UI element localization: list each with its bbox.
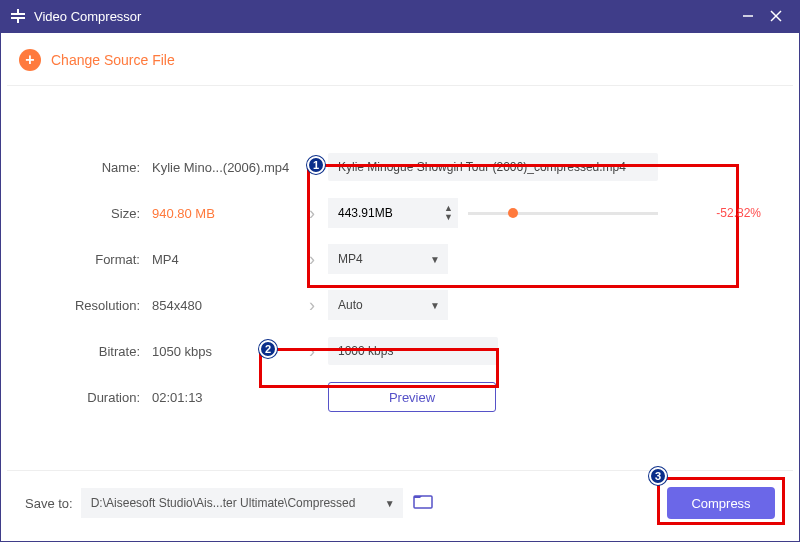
source-duration: 02:01:13 <box>146 390 296 405</box>
arrow-icon: › <box>296 203 328 224</box>
window-title: Video Compressor <box>34 9 734 24</box>
output-bitrate-input[interactable] <box>328 337 498 365</box>
svg-rect-2 <box>17 9 19 13</box>
chevron-down-icon: ▼ <box>430 300 440 311</box>
arrow-icon: › <box>296 341 328 362</box>
label-duration: Duration: <box>31 390 146 405</box>
preview-button[interactable]: Preview <box>328 382 496 412</box>
row-format: Format: MP4 › MP4 ▼ <box>31 236 769 282</box>
svg-rect-3 <box>17 19 19 23</box>
toolbar: + Change Source File <box>7 39 793 86</box>
row-name: Name: Kylie Mino...(2006).mp4 › <box>31 144 769 190</box>
arrow-icon: › <box>296 295 328 316</box>
label-format: Format: <box>31 252 146 267</box>
slider-track <box>468 212 658 215</box>
annotation-badge-3: 3 <box>649 467 667 485</box>
row-duration: Duration: 02:01:13 › Preview <box>31 374 769 420</box>
compress-button[interactable]: Compress <box>667 487 775 519</box>
output-format-value: MP4 <box>338 252 430 266</box>
footer-bar: 3 Save to: D:\Aiseesoft Studio\Ais...ter… <box>7 470 793 535</box>
row-size: Size: 940.80 MB › 443.91MB ▲ ▼ <box>31 190 769 236</box>
app-icon <box>10 8 26 24</box>
title-bar: Video Compressor <box>0 0 800 32</box>
label-size: Size: <box>31 206 146 221</box>
output-size-value: 443.91MB <box>338 206 443 220</box>
size-slider[interactable]: -52.82% <box>468 206 769 220</box>
content-area: 1 2 Name: Kylie Mino...(2006).mp4 › Size… <box>7 86 793 470</box>
stepper-down-icon[interactable]: ▼ <box>443 213 454 222</box>
arrow-icon: › <box>296 249 328 270</box>
save-to-label: Save to: <box>25 496 73 511</box>
slider-thumb[interactable] <box>508 208 518 218</box>
label-bitrate: Bitrate: <box>31 344 146 359</box>
minimize-button[interactable] <box>734 2 762 30</box>
change-source-link[interactable]: Change Source File <box>51 52 175 68</box>
row-bitrate: Bitrate: 1050 kbps › <box>31 328 769 374</box>
close-button[interactable] <box>762 2 790 30</box>
label-name: Name: <box>31 160 146 175</box>
save-path-value: D:\Aiseesoft Studio\Ais...ter Ultimate\C… <box>91 496 385 510</box>
annotation-badge-2: 2 <box>259 340 277 358</box>
open-folder-button[interactable] <box>413 493 433 513</box>
source-resolution: 854x480 <box>146 298 296 313</box>
chevron-down-icon: ▼ <box>385 498 395 509</box>
output-resolution-value: Auto <box>338 298 430 312</box>
window-body: + Change Source File 1 2 Name: Kylie Min… <box>0 32 800 542</box>
save-path-select[interactable]: D:\Aiseesoft Studio\Ais...ter Ultimate\C… <box>81 488 403 518</box>
output-size-stepper[interactable]: 443.91MB ▲ ▼ <box>328 198 458 228</box>
source-format: MP4 <box>146 252 296 267</box>
output-format-select[interactable]: MP4 ▼ <box>328 244 448 274</box>
svg-rect-0 <box>11 13 25 15</box>
output-name-input[interactable] <box>328 153 658 181</box>
output-resolution-select[interactable]: Auto ▼ <box>328 290 448 320</box>
annotation-badge-1: 1 <box>307 156 325 174</box>
chevron-down-icon: ▼ <box>430 254 440 265</box>
label-resolution: Resolution: <box>31 298 146 313</box>
plus-icon[interactable]: + <box>19 49 41 71</box>
source-size: 940.80 MB <box>146 206 296 221</box>
source-name: Kylie Mino...(2006).mp4 <box>146 160 296 175</box>
size-percent: -52.82% <box>716 206 769 220</box>
svg-rect-1 <box>11 17 25 19</box>
row-resolution: Resolution: 854x480 › Auto ▼ <box>31 282 769 328</box>
